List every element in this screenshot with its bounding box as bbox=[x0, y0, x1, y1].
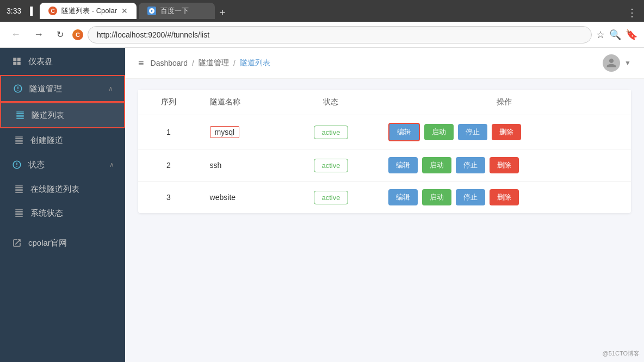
tunnel-mgmt-arrow: ∧ bbox=[108, 85, 113, 92]
sidebar-section-tunnel-mgmt[interactable]: 隧道管理 ∧ bbox=[0, 75, 125, 102]
tunnel-name-highlighted: mysql bbox=[210, 126, 240, 138]
start-button-1[interactable]: 启动 bbox=[422, 157, 451, 173]
tunnel-list-label: 隧道列表 bbox=[32, 110, 113, 121]
watermark: @51CTO博客 bbox=[603, 349, 640, 358]
edit-button-2[interactable]: 编辑 bbox=[388, 189, 418, 205]
sidebar-item-cpolar-site[interactable]: cpolar官网 bbox=[0, 229, 125, 257]
breadcrumb-sep1: / bbox=[192, 59, 194, 67]
table-row: 3websiteactive编辑启动停止删除 bbox=[138, 182, 631, 214]
create-tunnel-icon bbox=[13, 134, 25, 146]
cpolar-site-label: cpolar官网 bbox=[28, 238, 114, 248]
sidebar-item-dashboard[interactable]: 仪表盘 bbox=[0, 48, 125, 75]
delete-button-2[interactable]: 删除 bbox=[490, 189, 519, 205]
browser-cursor: ▌ bbox=[30, 7, 35, 15]
edit-button-1[interactable]: 编辑 bbox=[388, 157, 418, 173]
cell-actions-1: 编辑启动停止删除 bbox=[377, 149, 631, 182]
action-buttons-0: 编辑启动停止删除 bbox=[388, 123, 620, 141]
content-area: 序列 隧道名称 状态 操作 bbox=[125, 79, 644, 224]
status-arrow: ∧ bbox=[109, 161, 114, 168]
sidebar-item-sys-status[interactable]: 系统状态 bbox=[0, 201, 125, 225]
cell-seq-2: 3 bbox=[138, 182, 199, 214]
delete-button-1[interactable]: 删除 bbox=[490, 157, 519, 173]
col-status-header: 状态 bbox=[284, 90, 377, 115]
sidebar-item-online-tunnels[interactable]: 在线隧道列表 bbox=[0, 177, 125, 201]
tunnel-list-icon bbox=[14, 109, 26, 121]
col-name-header: 隧道名称 bbox=[199, 90, 285, 115]
back-button[interactable]: ← bbox=[7, 27, 25, 42]
cell-actions-2: 编辑启动停止删除 bbox=[377, 182, 631, 214]
breadcrumb-bar: ≡ Dashboard / 隧道管理 / 隧道列表 ▼ bbox=[125, 48, 644, 79]
sidebar-item-create-tunnel[interactable]: 创建隧道 bbox=[0, 128, 125, 152]
status-badge-1: active bbox=[314, 159, 349, 172]
cell-name-2: website bbox=[199, 182, 285, 214]
stop-button-2[interactable]: 停止 bbox=[456, 189, 485, 205]
cell-seq-0: 1 bbox=[138, 115, 199, 149]
start-button-2[interactable]: 启动 bbox=[422, 189, 451, 205]
browser-menu-button[interactable]: ⋮ bbox=[627, 6, 637, 19]
action-buttons-1: 编辑启动停止删除 bbox=[388, 157, 620, 173]
breadcrumb-menu-icon[interactable]: ≡ bbox=[138, 58, 144, 69]
bookmark-icon[interactable]: 🔖 bbox=[626, 29, 637, 41]
col-actions-header: 操作 bbox=[377, 90, 631, 115]
online-tunnels-icon bbox=[13, 183, 25, 195]
app-body: 仪表盘 隧道管理 ∧ 隧道列表 bbox=[0, 48, 644, 362]
url-bar[interactable] bbox=[88, 26, 592, 43]
breadcrumb-sep2: / bbox=[233, 59, 236, 67]
table-header-row: 序列 隧道名称 状态 操作 bbox=[138, 90, 631, 115]
cell-actions-0: 编辑启动停止删除 bbox=[377, 115, 631, 149]
sidebar: 仪表盘 隧道管理 ∧ 隧道列表 bbox=[0, 48, 125, 362]
tab-favicon-2 bbox=[147, 7, 156, 15]
status-label: 状态 bbox=[28, 160, 104, 170]
browser-navbar: ← → ↻ C ☆ 🔍 🔖 bbox=[0, 22, 644, 48]
sys-status-icon bbox=[13, 207, 25, 219]
sys-status-label: 系统状态 bbox=[30, 208, 114, 219]
search-icon[interactable]: 🔍 bbox=[609, 29, 621, 41]
status-badge-2: active bbox=[314, 191, 349, 204]
tunnels-table: 序列 隧道名称 状态 操作 bbox=[138, 90, 631, 213]
bookmark-star-icon[interactable]: ☆ bbox=[596, 29, 605, 41]
cell-status-1: active bbox=[284, 149, 377, 182]
main-content: ≡ Dashboard / 隧道管理 / 隧道列表 ▼ 序列 bbox=[125, 48, 644, 362]
action-buttons-2: 编辑启动停止删除 bbox=[388, 189, 620, 205]
browser-tab-active[interactable]: C 隧道列表 - Cpolar ✕ bbox=[40, 3, 137, 19]
dashboard-icon bbox=[11, 55, 23, 67]
status-icon bbox=[11, 159, 23, 171]
breadcrumb-current: 隧道列表 bbox=[240, 58, 270, 68]
cell-name-1: ssh bbox=[199, 149, 285, 182]
avatar-dropdown-icon[interactable]: ▼ bbox=[624, 59, 631, 67]
cell-status-2: active bbox=[284, 182, 377, 214]
sidebar-item-tunnel-list[interactable]: 隧道列表 bbox=[0, 102, 125, 128]
refresh-button[interactable]: ↻ bbox=[52, 27, 68, 42]
cell-seq-1: 2 bbox=[138, 149, 199, 182]
browser-titlebar: 3:33 ▌ C 隧道列表 - Cpolar ✕ 百度一下 + ⋮ bbox=[0, 0, 644, 22]
browser-tab-inactive[interactable]: 百度一下 bbox=[139, 3, 215, 19]
breadcrumb-root: Dashboard bbox=[151, 59, 188, 67]
table-row: 1mysqlactive编辑启动停止删除 bbox=[138, 115, 631, 149]
tunnel-mgmt-icon bbox=[12, 83, 24, 95]
sidebar-section-status[interactable]: 状态 ∧ bbox=[0, 152, 125, 177]
breadcrumb-middle: 隧道管理 bbox=[199, 58, 229, 68]
delete-button-0[interactable]: 删除 bbox=[492, 124, 521, 140]
tab-title-1: 隧道列表 - Cpolar bbox=[61, 6, 117, 16]
tab-title-2: 百度一下 bbox=[160, 6, 206, 16]
table-row: 2sshactive编辑启动停止删除 bbox=[138, 149, 631, 182]
new-tab-button[interactable]: + bbox=[219, 7, 226, 19]
edit-button-0[interactable]: 编辑 bbox=[388, 123, 420, 141]
start-button-0[interactable]: 启动 bbox=[424, 124, 454, 140]
cell-name-0: mysql bbox=[199, 115, 285, 149]
tunnel-mgmt-label: 隧道管理 bbox=[29, 84, 103, 94]
dashboard-label: 仪表盘 bbox=[28, 57, 114, 67]
user-avatar[interactable] bbox=[603, 54, 620, 72]
tab-favicon-1: C bbox=[48, 7, 57, 15]
col-seq-header: 序列 bbox=[138, 90, 199, 115]
stop-button-0[interactable]: 停止 bbox=[458, 124, 487, 140]
forward-button[interactable]: → bbox=[29, 27, 48, 42]
external-link-icon bbox=[11, 237, 23, 249]
cell-status-0: active bbox=[284, 115, 377, 149]
tab-close-1[interactable]: ✕ bbox=[121, 7, 128, 15]
stop-button-1[interactable]: 停止 bbox=[456, 157, 485, 173]
online-tunnels-label: 在线隧道列表 bbox=[30, 184, 114, 195]
site-favicon: C bbox=[72, 29, 83, 40]
browser-tabs: C 隧道列表 - Cpolar ✕ 百度一下 + ⋮ bbox=[40, 3, 637, 19]
browser-time: 3:33 bbox=[7, 7, 21, 15]
